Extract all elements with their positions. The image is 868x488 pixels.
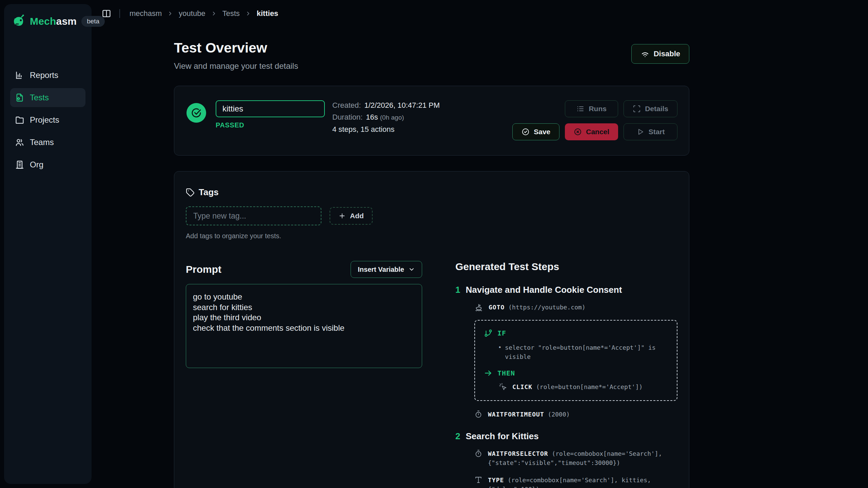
test-summary-card: PASSED Created:1/2/2026, 10:47:21 PM Dur… bbox=[174, 86, 689, 156]
test-details-card: Tags Add Add tags to organize your tests… bbox=[174, 171, 689, 488]
scan-icon bbox=[633, 105, 641, 113]
wifi-icon bbox=[640, 49, 650, 59]
check-circle-icon bbox=[521, 128, 530, 136]
tag-icon bbox=[186, 188, 195, 197]
step-number: 2 bbox=[455, 431, 460, 442]
action-type: TYPE (role=combobox[name='Search'], kitt… bbox=[474, 475, 677, 488]
save-button[interactable]: Save bbox=[512, 123, 559, 140]
conditional-block: IF • selector "role=button[name*='Accept… bbox=[474, 320, 677, 401]
test-step-1: 1 Navigate and Handle Cookie Consent GOT… bbox=[455, 285, 677, 419]
folder-icon bbox=[15, 115, 24, 125]
tags-title: Tags bbox=[199, 187, 219, 198]
type-icon bbox=[474, 475, 482, 484]
beta-badge: beta bbox=[81, 16, 105, 27]
test-name-input[interactable] bbox=[216, 100, 325, 117]
sidebar-nav: Reports Tests Projects bbox=[10, 66, 85, 174]
if-condition: selector "role=button[name*='Accept']" i… bbox=[505, 343, 668, 361]
breadcrumb-item[interactable]: youtube bbox=[179, 9, 205, 18]
step-title: Navigate and Handle Cookie Consent bbox=[466, 285, 622, 295]
bullet: • bbox=[499, 343, 501, 361]
action-waitfortimeout: WAITFORTIMEOUT (2000) bbox=[474, 410, 677, 419]
steps-actions-summary: 4 steps, 15 actions bbox=[332, 125, 440, 134]
cancel-button[interactable]: Cancel bbox=[565, 123, 618, 140]
start-button[interactable]: Start bbox=[624, 123, 677, 140]
chevron-right-icon bbox=[167, 11, 173, 17]
action-click: CLICK (role=button[name*='Accept']) bbox=[499, 382, 668, 391]
page-subtitle: View and manage your test details bbox=[174, 61, 298, 71]
arrow-right-icon bbox=[484, 369, 493, 378]
breadcrumb-item[interactable]: mechasm bbox=[130, 9, 162, 18]
steps-title: Generated Test Steps bbox=[455, 261, 677, 272]
x-circle-icon bbox=[574, 128, 582, 136]
tag-input[interactable] bbox=[186, 206, 321, 225]
sidebar-item-reports[interactable]: Reports bbox=[10, 66, 85, 85]
brand-name: Mechasm bbox=[30, 16, 77, 27]
step-title: Search for Kitties bbox=[466, 431, 538, 442]
list-icon bbox=[576, 105, 585, 113]
created-value: 1/2/2026, 10:47:21 PM bbox=[364, 101, 440, 109]
timer-icon bbox=[474, 449, 482, 458]
panel-toggle-icon[interactable] bbox=[102, 9, 111, 18]
breadcrumb: mechasm youtube Tests kitties bbox=[130, 9, 278, 18]
step-number: 1 bbox=[455, 285, 460, 295]
test-step-2: 2 Search for Kitties WAITFORSELECTOR (ro… bbox=[455, 431, 677, 488]
duration-value: 16s bbox=[366, 113, 378, 121]
main-content: Test Overview View and manage your test … bbox=[174, 27, 689, 488]
git-branch-icon bbox=[484, 329, 493, 338]
robot-logo-icon bbox=[12, 14, 26, 28]
then-label: THEN bbox=[497, 369, 515, 377]
action-goto: GOTO (https://youtube.com) bbox=[474, 303, 677, 312]
topbar: mechasm youtube Tests kitties bbox=[102, 0, 278, 27]
tags-helper-text: Add tags to organize your tests. bbox=[186, 232, 677, 240]
sidebar-item-projects[interactable]: Projects bbox=[10, 110, 85, 129]
timer-icon bbox=[474, 410, 482, 418]
status-passed-icon bbox=[186, 103, 206, 123]
prompt-textarea[interactable]: go to youtube search for kitties play th… bbox=[186, 284, 422, 368]
sidebar-item-tests[interactable]: Tests bbox=[10, 88, 85, 107]
insert-variable-button[interactable]: Insert Variable bbox=[351, 261, 422, 278]
runs-button[interactable]: Runs bbox=[565, 100, 618, 117]
plus-icon bbox=[338, 212, 346, 220]
breadcrumb-item[interactable]: Tests bbox=[222, 9, 240, 18]
test-meta: Created:1/2/2026, 10:47:21 PM Duration:1… bbox=[332, 101, 440, 140]
breadcrumb-item-current: kitties bbox=[257, 9, 278, 18]
ship-icon bbox=[474, 303, 483, 312]
duration-ago: (0h ago) bbox=[380, 114, 404, 121]
chevron-down-icon bbox=[408, 266, 415, 273]
sidebar-item-label: Projects bbox=[30, 115, 59, 125]
cursor-click-icon bbox=[499, 382, 507, 391]
details-button[interactable]: Details bbox=[624, 100, 677, 117]
action-waitforselector: WAITFORSELECTOR (role=combobox[name='Sea… bbox=[474, 449, 677, 467]
divider bbox=[119, 9, 120, 18]
building-icon bbox=[15, 160, 24, 169]
bar-chart-icon bbox=[15, 70, 24, 80]
prompt-title: Prompt bbox=[186, 264, 221, 275]
file-gear-icon bbox=[15, 93, 24, 102]
disable-button[interactable]: Disable bbox=[631, 44, 689, 64]
sidebar-item-org[interactable]: Org bbox=[10, 155, 85, 174]
sidebar: Mechasm beta Reports Tests bbox=[4, 4, 92, 484]
page-title: Test Overview bbox=[174, 40, 298, 56]
sidebar-item-label: Tests bbox=[30, 93, 49, 102]
chevron-right-icon bbox=[245, 11, 251, 17]
brand-logo: Mechasm beta bbox=[10, 12, 85, 30]
sidebar-item-label: Org bbox=[30, 160, 43, 169]
sidebar-item-label: Teams bbox=[30, 138, 54, 147]
if-label: IF bbox=[497, 329, 506, 337]
status-badge: PASSED bbox=[216, 121, 325, 129]
add-tag-button[interactable]: Add bbox=[330, 207, 373, 225]
sidebar-item-label: Reports bbox=[30, 70, 58, 80]
sidebar-item-teams[interactable]: Teams bbox=[10, 133, 85, 152]
users-icon bbox=[15, 138, 24, 147]
chevron-right-icon bbox=[211, 11, 217, 17]
play-icon bbox=[636, 128, 645, 136]
